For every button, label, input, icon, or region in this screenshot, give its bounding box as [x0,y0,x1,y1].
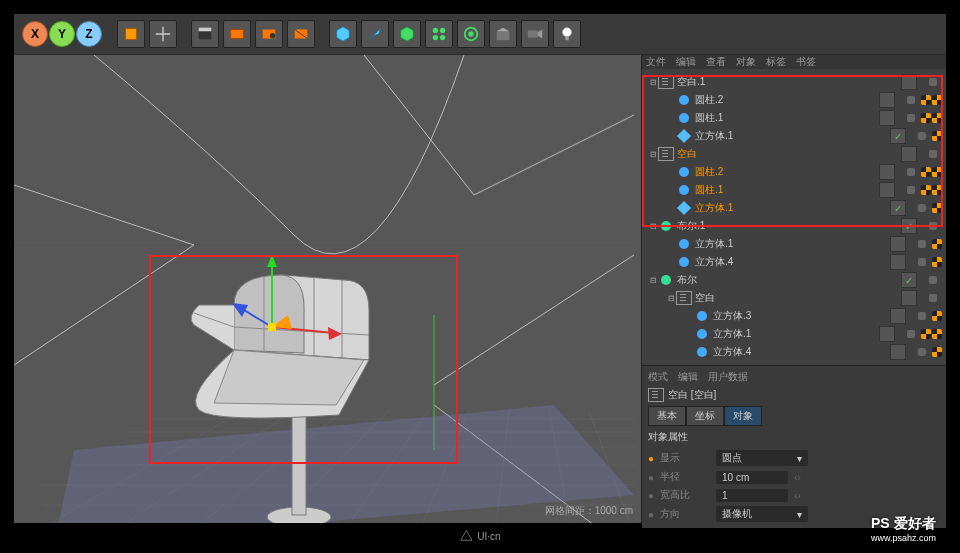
tab-label[interactable]: 标签 [766,55,786,69]
footer-watermark: UI·cn [459,529,500,543]
tag-column[interactable] [907,113,942,123]
tab-object[interactable]: 对象 [736,55,756,69]
visibility-toggle[interactable]: ✓ [897,272,921,288]
tag-column[interactable] [907,95,942,105]
visibility-toggle[interactable] [886,344,910,360]
tag-column[interactable] [929,222,942,230]
visibility-toggle[interactable] [875,182,899,198]
tab-view[interactable]: 查看 [706,55,726,69]
tree-row[interactable]: ⊟空白 [642,289,946,307]
cube-tool-icon[interactable] [117,20,145,48]
tree-row[interactable]: 圆柱.2 [642,91,946,109]
tree-row[interactable]: 立方体.1✓ [642,199,946,217]
tree-row[interactable]: 圆柱.1 [642,109,946,127]
tag-column[interactable] [929,78,942,86]
object-tree[interactable]: ⊟空白.1圆柱.2圆柱.1立方体.1✓⊟空白圆柱.2圆柱.1立方体.1✓⊟布尔.… [642,69,946,365]
subtab-object[interactable]: 对象 [724,406,762,426]
tag-column[interactable] [907,167,942,177]
attr-radius-input[interactable]: 10 cm [716,471,788,484]
subtab-coord[interactable]: 坐标 [686,406,724,426]
visibility-toggle[interactable] [886,308,910,324]
cube-icon [676,201,692,215]
scene-icon[interactable] [489,20,517,48]
visibility-toggle[interactable] [886,254,910,270]
visibility-toggle[interactable] [875,110,899,126]
axis-tool-icon[interactable] [149,20,177,48]
render-settings-icon[interactable] [287,20,315,48]
tag-column[interactable] [918,203,942,213]
tree-row[interactable]: 立方体.1 [642,325,946,343]
axis-y-button[interactable]: Y [49,21,75,47]
tag-column[interactable] [907,329,942,339]
tag-column[interactable] [929,150,942,158]
tree-row[interactable]: 立方体.4 [642,253,946,271]
tab-bookmark[interactable]: 书签 [796,55,816,69]
mailbox-model[interactable] [164,255,444,523]
pen-tool-icon[interactable] [361,20,389,48]
tag-column[interactable] [918,257,942,267]
deformer-icon[interactable] [457,20,485,48]
attr-tab-mode[interactable]: 模式 [648,370,668,384]
tag-column[interactable] [918,131,942,141]
tree-row[interactable]: ⊟布尔.1✓ [642,217,946,235]
clapboard-icon[interactable] [191,20,219,48]
tree-row[interactable]: 立方体.3 [642,307,946,325]
tree-row[interactable]: ⊟空白 [642,145,946,163]
tab-file[interactable]: 文件 [646,55,666,69]
tag-column[interactable] [918,347,942,357]
camera-icon[interactable] [521,20,549,48]
axis-x-button[interactable]: X [22,21,48,47]
visibility-toggle[interactable] [875,164,899,180]
tab-edit[interactable]: 编辑 [676,55,696,69]
visibility-toggle[interactable]: ✓ [897,218,921,234]
expander-icon[interactable]: ⊟ [666,294,676,303]
tree-row[interactable]: 圆柱.2 [642,163,946,181]
tag-column[interactable] [918,311,942,321]
visibility-toggle[interactable] [875,326,899,342]
tree-row[interactable]: ⊟布尔✓ [642,271,946,289]
array-icon[interactable] [425,20,453,48]
visibility-toggle[interactable]: ✓ [886,128,910,144]
attr-tab-edit[interactable]: 编辑 [678,370,698,384]
visibility-toggle[interactable]: ✓ [886,200,910,216]
subtab-basic[interactable]: 基本 [648,406,686,426]
tree-row[interactable]: 立方体.4 [642,343,946,361]
tag-column[interactable] [929,276,942,284]
tag-column[interactable] [907,185,942,195]
attr-object-title: 空白 [空白] [668,388,716,402]
axis-z-button[interactable]: Z [76,21,102,47]
visibility-toggle[interactable] [897,146,921,162]
cube-icon [676,129,692,143]
boolean-icon [658,273,674,287]
tree-row[interactable]: ⊟空白.1 [642,73,946,91]
expander-icon[interactable]: ⊟ [648,78,658,87]
viewport-3d[interactable]: 网格间距：1000 cm [14,55,642,523]
render-icon[interactable] [223,20,251,48]
tree-row[interactable]: 圆柱.1 [642,181,946,199]
nurbs-icon[interactable] [393,20,421,48]
light-icon[interactable] [553,20,581,48]
tag-column[interactable] [918,239,942,249]
render-region-icon[interactable] [255,20,283,48]
object-icon [676,237,692,251]
attr-direction-dropdown[interactable]: 摄像机▾ [716,506,808,522]
expander-icon[interactable]: ⊟ [648,222,658,231]
null-icon [658,75,674,89]
expander-icon[interactable]: ⊟ [648,150,658,159]
object-icon [694,309,710,323]
object-icon [676,165,692,179]
visibility-toggle[interactable] [875,92,899,108]
visibility-toggle[interactable] [886,236,910,252]
expander-icon[interactable]: ⊟ [648,276,658,285]
attr-ratio-input[interactable]: 1 [716,489,788,502]
visibility-toggle[interactable] [897,74,921,90]
svg-point-7 [433,28,438,33]
null-icon [658,147,674,161]
tag-column[interactable] [929,294,942,302]
tree-row[interactable]: 立方体.1 [642,235,946,253]
visibility-toggle[interactable] [897,290,921,306]
primitive-cube-icon[interactable] [329,20,357,48]
attr-tab-userdata[interactable]: 用户数据 [708,370,748,384]
attr-display-dropdown[interactable]: 圆点▾ [716,450,808,466]
tree-row[interactable]: 立方体.1✓ [642,127,946,145]
